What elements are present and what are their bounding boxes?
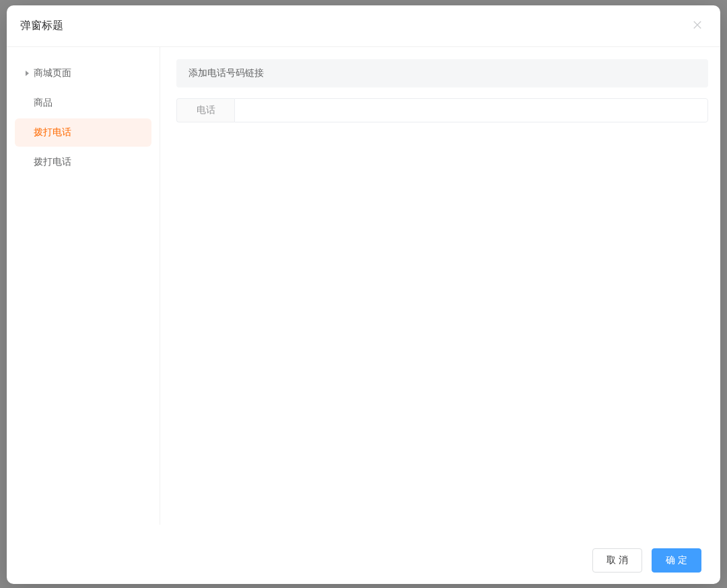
close-button[interactable] <box>688 17 707 36</box>
info-bar: 添加电话号码链接 <box>176 59 708 87</box>
modal-title: 弹窗标题 <box>20 19 63 33</box>
sidebar-item-label: 拨打电话 <box>34 126 71 139</box>
confirm-button[interactable]: 确定 <box>652 548 701 573</box>
phone-input[interactable] <box>234 98 708 122</box>
phone-field-row: 电话 <box>176 98 708 122</box>
sidebar-item-goods[interactable]: 商品 <box>15 89 151 117</box>
sidebar: 商城页面 商品 拨打电话 拨打电话 <box>7 47 160 525</box>
modal-body: 商城页面 商品 拨打电话 拨打电话 添加电话号码链接 电话 <box>7 47 720 536</box>
modal-footer: 取消 确定 <box>7 536 720 584</box>
modal-overlay: 弹窗标题 商城页面 商品 拨打电话 <box>0 0 727 588</box>
modal-header: 弹窗标题 <box>7 5 720 47</box>
sidebar-item-label: 拨打电话 <box>34 156 71 168</box>
sidebar-item-call-phone-active[interactable]: 拨打电话 <box>15 118 151 147</box>
close-icon <box>691 19 703 34</box>
sidebar-item-mall-page[interactable]: 商城页面 <box>15 59 151 87</box>
cancel-button[interactable]: 取消 <box>592 548 642 573</box>
caret-right-icon <box>22 68 32 79</box>
modal: 弹窗标题 商城页面 商品 拨打电话 <box>7 5 720 584</box>
sidebar-item-label: 商品 <box>34 97 53 109</box>
sidebar-item-label: 商城页面 <box>34 67 71 79</box>
sidebar-item-call-phone[interactable]: 拨打电话 <box>15 148 151 176</box>
content-panel: 添加电话号码链接 电话 <box>160 47 720 536</box>
phone-field-label: 电话 <box>176 98 234 122</box>
